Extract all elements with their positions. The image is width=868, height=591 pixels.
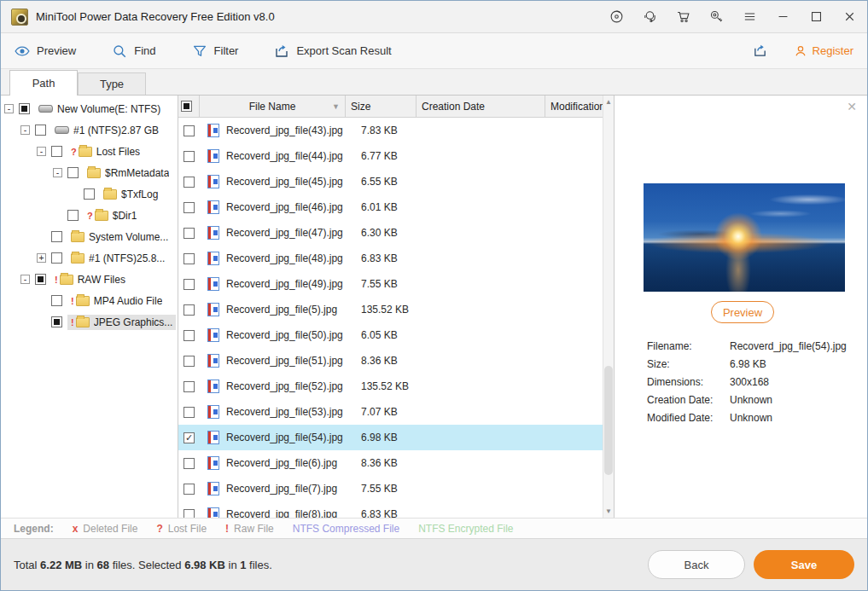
select-all-checkbox[interactable]	[181, 101, 192, 112]
row-checkbox[interactable]	[184, 330, 195, 341]
save-button[interactable]: Save	[754, 550, 854, 579]
tree-checkbox[interactable]	[51, 252, 62, 264]
license-key-icon[interactable]	[708, 9, 724, 25]
row-checkbox[interactable]	[184, 381, 195, 392]
tree-checkbox[interactable]	[35, 125, 46, 136]
collapse-icon[interactable]: -	[37, 147, 46, 156]
row-checkbox[interactable]	[184, 356, 195, 367]
close-icon[interactable]	[842, 9, 857, 25]
tree-checkbox[interactable]	[35, 274, 46, 285]
table-row[interactable]: Recoverd_jpg_file(53).jpg7.07 KB	[178, 399, 603, 425]
export-scan-result-button[interactable]: Export Scan Result	[274, 43, 391, 59]
tab-path[interactable]: Path	[9, 70, 78, 96]
tree-checkbox[interactable]	[51, 316, 62, 327]
folder-icon	[87, 168, 101, 178]
table-row[interactable]: Recoverd_jpg_file(8).jpg6.83 KB	[178, 501, 603, 518]
column-header-size[interactable]: Size	[346, 96, 417, 117]
preview-button-toolbar[interactable]: Preview	[15, 43, 76, 59]
scroll-up-icon[interactable]: ▲	[603, 98, 614, 106]
table-row[interactable]: Recoverd_jpg_file(51).jpg8.36 KB	[178, 348, 603, 374]
jpeg-file-icon	[207, 507, 219, 518]
vertical-scrollbar[interactable]: ▲ ▼	[603, 96, 614, 518]
collapse-icon[interactable]: -	[20, 125, 30, 135]
menu-icon[interactable]	[742, 9, 757, 25]
table-row[interactable]: Recoverd_jpg_file(46).jpg6.01 KB	[178, 194, 603, 220]
table-row[interactable]: Recoverd_jpg_file(49).jpg7.55 KB	[178, 271, 603, 297]
tree-item[interactable]: -!RAW Files	[1, 269, 178, 290]
tree-checkbox[interactable]	[19, 103, 30, 114]
tree-item-label: #1 (NTFS)25.8...	[89, 252, 165, 264]
tree-item[interactable]: -?Lost Files	[1, 141, 178, 162]
table-row[interactable]: Recoverd_jpg_file(6).jpg8.36 KB	[178, 450, 603, 476]
tab-type[interactable]: Type	[78, 72, 146, 95]
tree-item[interactable]: -#1 (NTFS)2.87 GB	[1, 119, 178, 141]
scroll-down-icon[interactable]: ▼	[603, 507, 614, 515]
tree-checkbox[interactable]	[67, 210, 79, 221]
table-row[interactable]: Recoverd_jpg_file(7).jpg7.55 KB	[178, 476, 603, 501]
scrollbar-thumb[interactable]	[604, 366, 613, 476]
table-row[interactable]: Recoverd_jpg_file(5).jpg135.52 KB	[178, 297, 603, 322]
row-checkbox[interactable]	[184, 202, 195, 213]
tree-item[interactable]: ?$Dir1	[1, 205, 178, 226]
tree-checkbox[interactable]	[51, 231, 62, 242]
row-checkbox[interactable]	[184, 125, 195, 136]
tree-checkbox[interactable]	[84, 188, 95, 200]
share-icon[interactable]	[753, 43, 768, 59]
collapse-icon[interactable]: -	[20, 275, 30, 284]
row-checkbox[interactable]	[184, 458, 195, 469]
filter-button[interactable]: Filter	[192, 43, 239, 59]
row-checkbox[interactable]	[184, 279, 195, 290]
table-row[interactable]: Recoverd_jpg_file(43).jpg7.83 KB	[178, 118, 603, 143]
table-row[interactable]: ✓Recoverd_jpg_file(54).jpg6.98 KB	[178, 425, 603, 450]
register-label: Register	[813, 44, 853, 57]
table-row[interactable]: Recoverd_jpg_file(50).jpg6.05 KB	[178, 322, 603, 348]
row-checkbox[interactable]	[184, 177, 195, 188]
row-checkbox[interactable]	[184, 228, 195, 239]
detail-label: Creation Date:	[647, 391, 730, 409]
tree-item[interactable]: $TxfLog	[1, 183, 178, 205]
support-icon[interactable]	[642, 9, 657, 25]
collapse-icon[interactable]: -	[4, 104, 14, 113]
tree-item[interactable]: -New Volume(E: NTFS)	[1, 98, 178, 119]
table-row[interactable]: Recoverd_jpg_file(48).jpg6.83 KB	[178, 246, 603, 271]
table-row[interactable]: Recoverd_jpg_file(47).jpg6.30 KB	[178, 220, 603, 246]
find-button[interactable]: Find	[112, 43, 155, 59]
drive-icon	[38, 105, 53, 113]
back-button[interactable]: Back	[648, 550, 745, 579]
file-size: 135.52 KB	[361, 380, 438, 392]
table-row[interactable]: Recoverd_jpg_file(45).jpg6.55 KB	[178, 169, 603, 194]
column-header-creation-date[interactable]: Creation Date	[417, 96, 545, 117]
row-checkbox[interactable]	[184, 509, 195, 519]
table-row[interactable]: Recoverd_jpg_file(52).jpg135.52 KB	[178, 374, 603, 399]
collapse-icon[interactable]: -	[53, 168, 62, 177]
eye-icon	[15, 43, 30, 59]
table-row[interactable]: Recoverd_jpg_file(44).jpg6.77 KB	[178, 143, 603, 169]
maximize-icon[interactable]	[808, 9, 824, 25]
burn-disc-icon[interactable]	[609, 9, 624, 25]
row-checkbox[interactable]	[184, 253, 195, 264]
tree-checkbox[interactable]	[51, 295, 62, 306]
tree-item[interactable]: +#1 (NTFS)25.8...	[1, 247, 178, 269]
expand-icon[interactable]: +	[37, 253, 46, 263]
preview-panel-close-icon[interactable]: ✕	[847, 101, 857, 113]
tree-checkbox[interactable]	[67, 167, 79, 178]
file-size: 7.55 KB	[361, 278, 438, 290]
tree-item[interactable]: System Volume...	[1, 226, 178, 247]
row-checkbox[interactable]: ✓	[184, 432, 195, 443]
row-checkbox[interactable]	[184, 151, 195, 162]
tree-item[interactable]: -$RmMetadata	[1, 162, 178, 183]
row-checkbox[interactable]	[184, 407, 195, 418]
preview-button[interactable]: Preview	[711, 301, 774, 323]
cart-icon[interactable]	[675, 9, 690, 25]
search-icon	[112, 43, 127, 59]
file-size: 8.36 KB	[361, 355, 438, 367]
file-size: 7.83 KB	[361, 125, 438, 136]
row-checkbox[interactable]	[184, 304, 195, 316]
minimize-icon[interactable]	[775, 9, 790, 25]
tree-item[interactable]: !MP4 Audio File	[1, 290, 178, 311]
register-button[interactable]: Register	[794, 44, 853, 58]
column-header-file-name[interactable]: File Name ▼	[200, 96, 346, 117]
tree-item[interactable]: !JPEG Graphics...	[1, 311, 178, 333]
row-checkbox[interactable]	[184, 484, 195, 495]
tree-checkbox[interactable]	[51, 146, 62, 157]
